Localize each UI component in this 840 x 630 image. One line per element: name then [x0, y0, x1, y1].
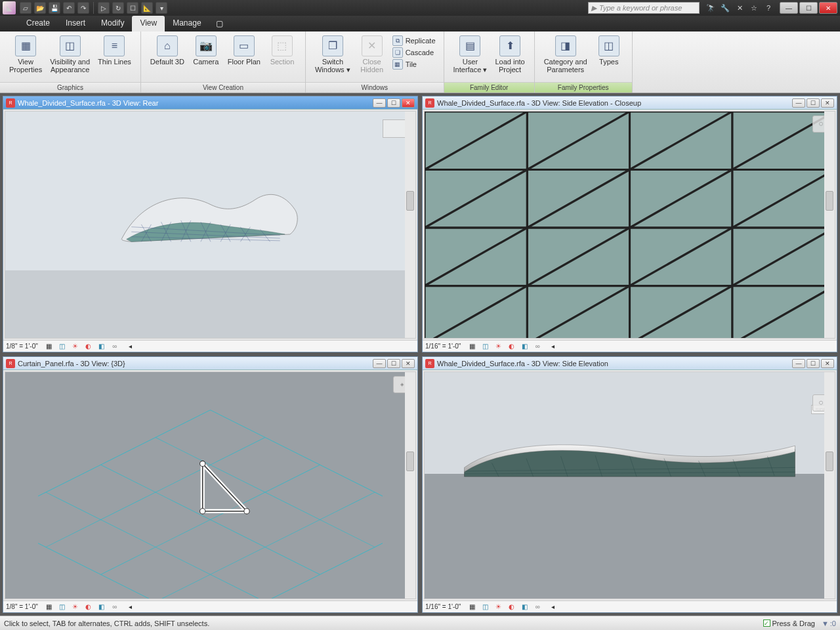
view-side-elevation: R Whale_Divided_Surface.rfa - 3D View: S… — [422, 356, 837, 613]
view-curtain-titlebar[interactable]: R Curtain_Panel.rfa - 3D View: {3D} — ☐ … — [3, 357, 417, 370]
viewport-rear[interactable] — [5, 111, 416, 339]
sun-path-icon[interactable]: ☀ — [71, 342, 80, 351]
qat-measure-icon[interactable]: 📐 — [141, 2, 153, 14]
exchange-icon[interactable]: ✕ — [734, 2, 746, 14]
category-parameters-button[interactable]: ◨Category and Parameters — [540, 34, 591, 75]
favorites-icon[interactable]: ☆ — [748, 2, 760, 14]
view-maximize-button[interactable]: ☐ — [807, 98, 820, 108]
visual-style-icon[interactable]: ◫ — [58, 342, 67, 351]
scrollbar-vertical[interactable] — [824, 112, 835, 338]
visual-style-icon[interactable]: ◫ — [480, 602, 490, 612]
tab-create[interactable]: Create — [18, 16, 58, 32]
tab-modify[interactable]: Modify — [93, 16, 132, 32]
view-close-button[interactable]: ✕ — [402, 359, 415, 368]
view-scale[interactable]: 1/8" = 1'-0" — [6, 603, 38, 610]
view-maximize-button[interactable]: ☐ — [807, 359, 820, 368]
reveal-icon[interactable]: ∞ — [533, 342, 542, 351]
sun-path-icon[interactable]: ☀ — [494, 602, 503, 612]
view-cube-icon[interactable] — [383, 119, 406, 138]
qat-3d-icon[interactable]: ☐ — [127, 2, 138, 14]
default-3d-button[interactable]: ⌂Default 3D — [146, 34, 188, 67]
qat-sync-icon[interactable]: ↻ — [112, 2, 124, 14]
sun-path-icon[interactable]: ☀ — [71, 602, 80, 612]
minimize-button[interactable]: — — [780, 2, 798, 14]
view-scale[interactable]: 1/16" = 1'-0" — [425, 343, 461, 350]
camera-button[interactable]: 📷Camera — [188, 34, 224, 67]
shadows-icon[interactable]: ◐ — [507, 342, 516, 351]
key-icon[interactable]: 🔧 — [719, 2, 731, 14]
tile-button[interactable]: ▦Tile — [392, 59, 436, 70]
view-close-button[interactable]: ✕ — [821, 98, 834, 108]
view-properties-button[interactable]: ▦View Properties — [5, 34, 46, 75]
search-input[interactable]: ▶Type a keyword or phrase — [588, 2, 700, 14]
reveal-icon[interactable]: ∞ — [110, 602, 119, 612]
viewport-closeup[interactable]: ⬡ — [424, 111, 835, 339]
help-icon[interactable]: ? — [763, 2, 774, 14]
shadows-icon[interactable]: ◐ — [507, 602, 516, 612]
visual-style-icon[interactable]: ◫ — [58, 602, 67, 612]
shadows-icon[interactable]: ◐ — [84, 602, 93, 612]
detail-level-icon[interactable]: ▦ — [45, 602, 54, 612]
app-icon[interactable]: ◣ — [3, 1, 16, 14]
view-minimize-button[interactable]: — — [373, 359, 386, 368]
crop-icon[interactable]: ◧ — [97, 342, 106, 351]
detail-level-icon[interactable]: ▦ — [467, 602, 476, 612]
visual-style-icon[interactable]: ◫ — [480, 342, 490, 351]
reveal-icon[interactable]: ∞ — [110, 342, 119, 351]
detail-level-icon[interactable]: ▦ — [467, 342, 476, 351]
viewport-curtain[interactable]: ◈ — [5, 371, 416, 599]
detail-level-icon[interactable]: ▦ — [45, 342, 54, 351]
tab-insert[interactable]: Insert — [58, 16, 93, 32]
floor-plan-button[interactable]: ▭Floor Plan — [224, 34, 264, 67]
types-button[interactable]: ◫Types — [591, 34, 627, 67]
thin-lines-button[interactable]: ≡Thin Lines — [94, 34, 135, 67]
qat-save-icon[interactable]: 💾 — [49, 2, 60, 14]
panel-view-creation-label: View Creation — [141, 82, 305, 93]
tab-manage[interactable]: Manage — [165, 16, 209, 32]
qat-redo-icon[interactable]: ↷ — [77, 2, 89, 14]
shadows-icon[interactable]: ◐ — [84, 342, 93, 351]
scrollbar-vertical[interactable] — [405, 112, 415, 338]
view-minimize-button[interactable]: — — [792, 359, 805, 368]
status-hint: Click to select, TAB for alternates, CTR… — [4, 620, 209, 627]
view-rear-titlebar[interactable]: R Whale_Divided_Surface.rfa - 3D View: R… — [3, 96, 417, 110]
crop-icon[interactable]: ◧ — [97, 602, 106, 612]
view-minimize-button[interactable]: — — [792, 98, 805, 108]
view-minimize-button[interactable]: — — [373, 98, 386, 108]
scrollbar-vertical[interactable] — [824, 372, 835, 598]
view-side-titlebar[interactable]: R Whale_Divided_Surface.rfa - 3D View: S… — [423, 357, 837, 370]
selection-filter[interactable]: ▼:0 — [822, 620, 836, 627]
qat-pointer-icon[interactable]: ▷ — [98, 2, 110, 14]
cascade-button[interactable]: ❏Cascade — [392, 47, 436, 58]
sun-path-icon[interactable]: ☀ — [494, 342, 503, 351]
view-closeup-titlebar[interactable]: R Whale_Divided_Surface.rfa - 3D View: S… — [423, 96, 837, 110]
maximize-button[interactable]: ☐ — [799, 2, 818, 14]
viewport-side[interactable]: SIDE ⬡ — [424, 371, 835, 599]
press-and-drag-checkbox[interactable]: ✓Press & Drag — [763, 620, 815, 627]
view-scale[interactable]: 1/16" = 1'-0" — [425, 603, 461, 610]
qat-undo-icon[interactable]: ↶ — [63, 2, 75, 14]
crop-icon[interactable]: ◧ — [520, 342, 529, 351]
panel-family-editor: ▤User Interface ▾ ⬆Load into Project Fam… — [444, 32, 535, 93]
close-button[interactable]: ✕ — [819, 2, 837, 14]
view-close-button[interactable]: ✕ — [821, 359, 834, 368]
view-close-button[interactable]: ✕ — [402, 98, 415, 108]
qat-dropdown-icon[interactable]: ▾ — [156, 2, 167, 14]
view-maximize-button[interactable]: ☐ — [387, 359, 400, 368]
binoculars-icon[interactable]: 🔭 — [705, 2, 717, 14]
view-maximize-button[interactable]: ☐ — [387, 98, 400, 108]
crop-icon[interactable]: ◧ — [520, 602, 529, 612]
tab-view[interactable]: View — [132, 16, 165, 32]
panel-windows: ❐Switch Windows ▾ ✕Close Hidden ⧉Replica… — [306, 32, 444, 93]
qat-new-icon[interactable]: ▱ — [20, 2, 32, 14]
qat-open-icon[interactable]: 📂 — [34, 2, 46, 14]
load-into-project-button[interactable]: ⬆Load into Project — [491, 34, 528, 75]
record-icon[interactable]: ▢ — [216, 16, 223, 32]
switch-windows-button[interactable]: ❐Switch Windows ▾ — [311, 34, 354, 75]
user-interface-button[interactable]: ▤User Interface ▾ — [450, 34, 492, 75]
visibility-appearance-button[interactable]: ◫Visibility and Appearance — [46, 34, 94, 75]
reveal-icon[interactable]: ∞ — [533, 602, 542, 612]
replicate-button[interactable]: ⧉Replicate — [392, 35, 436, 46]
scrollbar-vertical[interactable] — [405, 372, 415, 598]
view-scale[interactable]: 1/8" = 1'-0" — [6, 343, 38, 350]
